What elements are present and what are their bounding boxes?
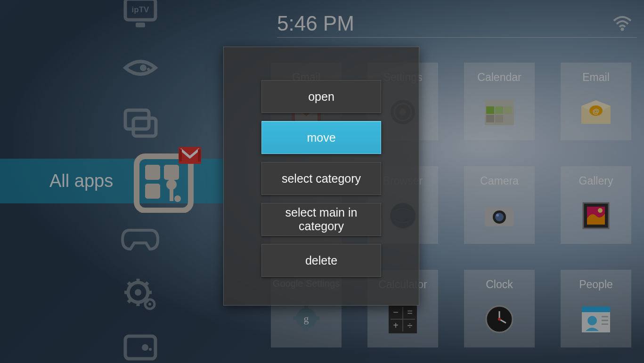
menu-item-move[interactable]: move xyxy=(261,121,381,154)
menu-item-label: select category xyxy=(282,172,361,186)
menu-item-label: open xyxy=(308,90,334,104)
context-menu: open move select category select main in… xyxy=(223,47,419,306)
menu-item-label: move xyxy=(307,131,335,145)
menu-item-label: select main in category xyxy=(262,206,381,233)
menu-item-label: delete xyxy=(305,254,337,267)
menu-item-open[interactable]: open xyxy=(261,80,381,113)
menu-item-select-category[interactable]: select category xyxy=(261,162,381,195)
menu-item-delete[interactable]: delete xyxy=(261,244,381,277)
menu-item-select-main-in-category[interactable]: select main in category xyxy=(261,203,381,236)
